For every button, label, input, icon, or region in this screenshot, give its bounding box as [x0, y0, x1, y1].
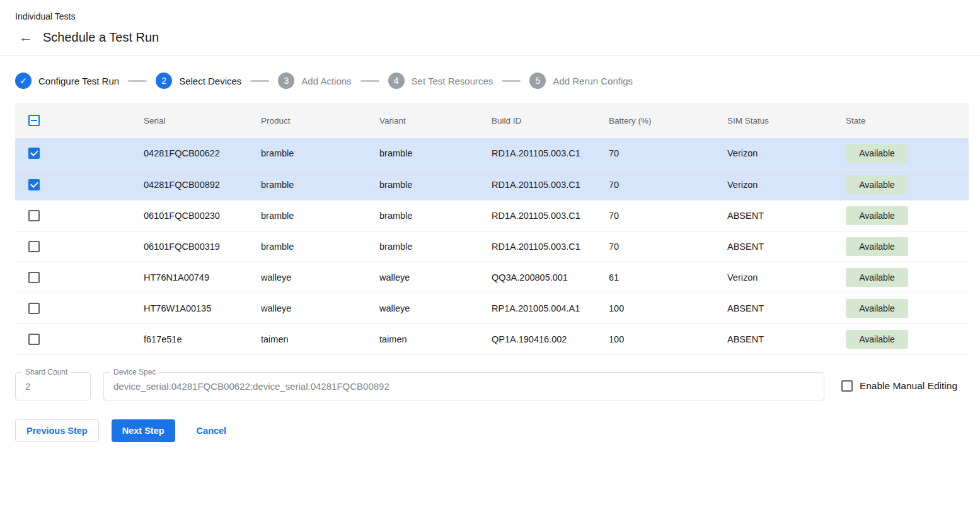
cell-battery: 100 — [609, 293, 727, 324]
shard-count-value: 2 — [16, 373, 90, 400]
cell-build-id: QQ3A.200805.001 — [492, 262, 609, 293]
cell-product: bramble — [261, 200, 379, 231]
step-set-test-resources[interactable]: 4 Set Test Resources — [388, 73, 493, 89]
cell-variant: walleye — [379, 293, 492, 324]
step-connector — [360, 80, 379, 82]
state-badge: Available — [846, 330, 908, 349]
state-badge: Available — [846, 299, 908, 318]
previous-step-button[interactable]: Previous Step — [15, 419, 99, 442]
row-checkbox[interactable] — [28, 272, 40, 283]
step-number-circle: 4 — [388, 73, 405, 89]
cell-serial: f617e51e — [144, 324, 261, 354]
step-add-rerun-configs[interactable]: 5 Add Rerun Configs — [529, 73, 633, 89]
row-checkbox[interactable] — [28, 241, 40, 252]
cell-variant: bramble — [379, 231, 492, 262]
column-header-serial: Serial — [144, 103, 261, 138]
cell-variant: bramble — [379, 169, 492, 200]
actions-bar: Previous Step Next Step Cancel — [15, 419, 965, 442]
cell-variant: walleye — [379, 262, 492, 293]
enable-manual-editing-checkbox[interactable] — [841, 380, 853, 392]
step-connector — [250, 80, 269, 82]
column-header-state: State — [846, 103, 969, 138]
cell-build-id: QP1A.190416.002 — [492, 324, 609, 354]
enable-manual-editing-label: Enable Manual Editing — [860, 380, 957, 392]
cell-variant: bramble — [379, 138, 492, 169]
step-add-actions[interactable]: 3 Add Actions — [278, 73, 351, 89]
column-header-build-id: Build ID — [492, 103, 609, 138]
select-all-checkbox[interactable] — [28, 115, 40, 126]
column-header-battery: Battery (%) — [609, 103, 727, 138]
cell-build-id: RP1A.201005.004.A1 — [492, 293, 609, 324]
cell-serial: HT76W1A00135 — [144, 293, 261, 324]
form-row: Shard Count 2 Device Spec device_serial:… — [15, 372, 965, 400]
table-row[interactable]: 06101FQCB00319 bramble bramble RD1A.2011… — [15, 231, 969, 262]
column-header-variant: Variant — [379, 103, 492, 138]
shard-count-field[interactable]: Shard Count 2 — [15, 372, 91, 400]
device-table-body: 04281FQCB00622 bramble bramble RD1A.2011… — [15, 138, 969, 354]
enable-manual-editing-toggle[interactable]: Enable Manual Editing — [841, 380, 965, 392]
title-row: ← Schedule a Test Run — [15, 23, 980, 55]
step-connector — [128, 80, 147, 82]
step-completed-circle: ✓ — [15, 73, 32, 89]
cell-variant: bramble — [379, 200, 492, 231]
cell-serial: 04281FQCB00892 — [144, 169, 261, 200]
step-configure-test-run[interactable]: ✓ Configure Test Run — [15, 73, 119, 89]
cell-product: walleye — [261, 293, 379, 324]
table-row[interactable]: f617e51e taimen taimen QP1A.190416.002 1… — [15, 324, 969, 354]
breadcrumb: Individual Tests — [15, 10, 980, 23]
cancel-button[interactable]: Cancel — [188, 419, 236, 442]
check-icon: ✓ — [20, 76, 27, 85]
column-header-product: Product — [261, 103, 379, 138]
row-checkbox[interactable] — [28, 179, 40, 190]
table-row[interactable]: 04281FQCB00892 bramble bramble RD1A.2011… — [15, 169, 969, 200]
cell-build-id: RD1A.201105.003.C1 — [492, 231, 609, 262]
state-badge: Available — [846, 206, 908, 225]
state-badge: Available — [846, 175, 908, 194]
back-button[interactable]: ← — [18, 29, 34, 45]
step-label: Add Rerun Configs — [553, 76, 633, 86]
row-checkbox[interactable] — [28, 303, 40, 314]
row-checkbox[interactable] — [28, 210, 40, 221]
cell-build-id: RD1A.201105.003.C1 — [492, 138, 609, 169]
cell-product: bramble — [261, 169, 379, 200]
page-header: Individual Tests ← Schedule a Test Run — [0, 0, 980, 56]
state-badge: Available — [846, 268, 908, 287]
cell-sim-status: Verizon — [727, 262, 846, 293]
device-spec-value: device_serial:04281FQCB00622;device_seri… — [104, 373, 824, 400]
stepper: ✓ Configure Test Run 2 Select Devices 3 … — [0, 56, 980, 100]
state-badge: Available — [846, 237, 908, 256]
cell-battery: 70 — [609, 138, 727, 169]
step-label: Configure Test Run — [38, 76, 119, 86]
cell-product: bramble — [261, 231, 379, 262]
device-spec-label: Device Spec — [110, 368, 159, 376]
cell-battery: 70 — [609, 231, 727, 262]
row-checkbox[interactable] — [28, 334, 40, 345]
table-row[interactable]: HT76N1A00749 walleye walleye QQ3A.200805… — [15, 262, 969, 293]
cell-product: taimen — [261, 324, 379, 354]
table-row[interactable]: HT76W1A00135 walleye walleye RP1A.201005… — [15, 293, 969, 324]
next-step-button[interactable]: Next Step — [112, 419, 175, 442]
cell-product: bramble — [261, 138, 379, 169]
shard-count-label: Shard Count — [22, 368, 71, 376]
cell-battery: 70 — [609, 169, 727, 200]
cell-serial: 06101FQCB00230 — [144, 200, 261, 231]
cell-build-id: RD1A.201105.003.C1 — [492, 200, 609, 231]
cell-sim-status: Verizon — [727, 169, 846, 200]
cell-sim-status: ABSENT — [727, 293, 846, 324]
cell-sim-status: ABSENT — [727, 324, 846, 354]
device-table: Serial Product Variant Build ID Battery … — [15, 103, 969, 355]
cell-sim-status: Verizon — [727, 138, 846, 169]
step-select-devices[interactable]: 2 Select Devices — [156, 73, 241, 89]
cell-product: walleye — [261, 262, 379, 293]
state-badge: Available — [846, 144, 908, 163]
cell-sim-status: ABSENT — [727, 200, 846, 231]
step-number-circle: 5 — [529, 73, 546, 89]
cell-serial: 04281FQCB00622 — [144, 138, 261, 169]
cell-serial: HT76N1A00749 — [144, 262, 261, 293]
table-row[interactable]: 06101FQCB00230 bramble bramble RD1A.2011… — [15, 200, 969, 231]
table-row[interactable]: 04281FQCB00622 bramble bramble RD1A.2011… — [15, 138, 969, 169]
column-header-sim: SIM Status — [727, 103, 846, 138]
device-spec-field[interactable]: Device Spec device_serial:04281FQCB00622… — [103, 372, 824, 400]
row-checkbox[interactable] — [28, 148, 40, 159]
step-label: Add Actions — [301, 76, 351, 86]
